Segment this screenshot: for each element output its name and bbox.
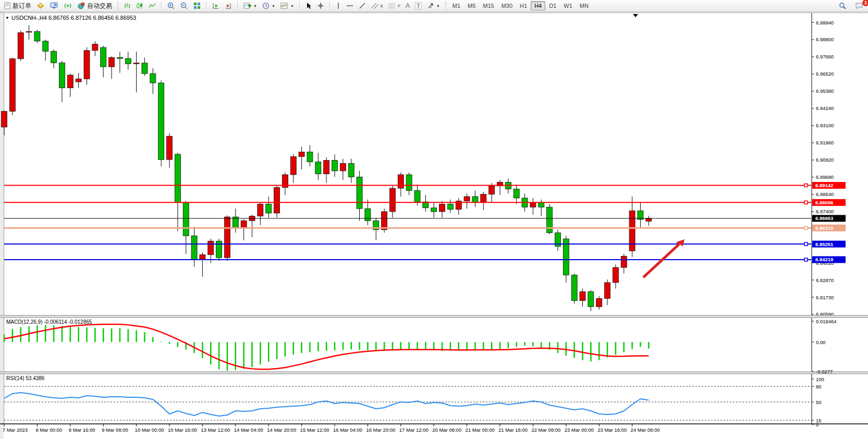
notifications-button[interactable]: 1 (852, 1, 866, 11)
crosshair-button[interactable] (314, 1, 327, 10)
toolbar-grip (117, 2, 119, 10)
macd-label: MACD(12,26,9) -0.006114 -0.012865 (6, 319, 92, 325)
candle-chart-button[interactable] (133, 1, 146, 10)
hline-icon (346, 2, 353, 9)
price-badge-label: 6.88006 (815, 200, 833, 205)
price-tick: 6.88540 (816, 191, 834, 197)
label-tool-label: T (415, 2, 422, 9)
toolbar-separator (329, 2, 331, 10)
chart-profile-button[interactable] (34, 1, 47, 10)
cursor-button[interactable] (303, 1, 314, 10)
price-tick: 6.94240 (816, 105, 834, 111)
main-toolbar: 新订单 自动交易 ▼ ▼ ▼ E F (0, 0, 868, 12)
price-tick: 6.97660 (816, 54, 834, 59)
bar-chart-button[interactable] (121, 1, 133, 10)
indicators-icon (243, 2, 251, 9)
timeframe-m15-button[interactable]: M15 (479, 1, 497, 10)
time-label: 21 Mar 00:00 (466, 427, 495, 433)
zoom-out-button[interactable] (178, 1, 191, 10)
trendline-icon (359, 2, 366, 9)
channel-icon (371, 2, 379, 9)
time-label: 21 Mar 16:00 (498, 427, 528, 433)
time-label: 15 Mar 12:00 (300, 427, 329, 433)
fibonacci-tool-label: F (398, 4, 400, 8)
time-label: 16 Mar 04:00 (333, 427, 362, 433)
terminal-icon (50, 2, 58, 9)
timeframe-mn-button[interactable]: MN (576, 1, 592, 10)
fibonacci-tool-button[interactable]: F (386, 1, 403, 10)
time-label: 8 Mar 16:00 (69, 427, 95, 433)
vline-icon (336, 2, 341, 9)
tile-windows-button[interactable] (191, 1, 203, 10)
shapes-tool-button[interactable]: ▼ (424, 1, 443, 10)
vline-tool-button[interactable] (333, 1, 344, 10)
text-tool-label: A (406, 2, 410, 9)
auto-scroll-icon (225, 2, 232, 9)
search-button[interactable] (836, 1, 849, 11)
auto-scroll-button[interactable] (222, 1, 235, 10)
new-order-button[interactable]: 新订单 (1, 1, 34, 11)
time-label: 8 Mar 00:00 (35, 427, 62, 433)
price-chart-canvas[interactable]: 6.999406.988006.976606.965206.953806.942… (0, 12, 868, 439)
templates-icon (280, 2, 288, 9)
toolbar-separator (299, 2, 300, 10)
time-label: 7 Mar 2023 (3, 427, 28, 433)
rsi-tick: 80 (816, 384, 822, 389)
price-tick: 6.89680 (816, 174, 834, 180)
chevron-down-icon: ▼ (253, 4, 257, 8)
shapes-icon (427, 2, 434, 9)
templates-button[interactable]: ▼ (278, 1, 297, 10)
signals-button[interactable] (61, 1, 75, 10)
zoom-out-icon (180, 2, 188, 9)
hline-tool-button[interactable] (344, 1, 356, 10)
time-label: 20 Mar 08:00 (432, 427, 461, 433)
timeframe-h1-button[interactable]: H1 (516, 1, 531, 10)
time-label: 16 Mar 20:00 (366, 427, 395, 433)
chart-window[interactable]: 6.999406.988006.976606.965206.953806.942… (0, 12, 868, 439)
signal-icon (64, 2, 72, 9)
text-tool-button[interactable]: A (403, 1, 412, 10)
notification-badge: 1 (862, 0, 868, 6)
chart-shift-icon (212, 2, 219, 9)
terminal-button[interactable] (47, 1, 61, 10)
cursor-icon (305, 2, 312, 9)
price-badge-label: 6.86953 (815, 215, 833, 221)
macd-tick: 0.019464 (816, 319, 837, 324)
timeframe-m1-button[interactable]: M1 (449, 1, 464, 10)
timeframe-d1-button[interactable]: D1 (545, 1, 560, 10)
timeframe-h4-button[interactable]: H4 (531, 1, 545, 10)
timeframe-m30-button[interactable]: M30 (498, 1, 516, 10)
time-label: 23 Mar 16:00 (597, 427, 627, 433)
time-label: 22 Mar 08:00 (531, 427, 560, 433)
auto-trading-icon (77, 2, 85, 9)
line-chart-button[interactable] (146, 1, 158, 10)
price-tick: 6.91960 (816, 140, 834, 145)
rsi-label: RSI(14) 53.4386 (6, 375, 45, 381)
toolbar-separator (206, 2, 207, 10)
time-label: 24 Mar 08:00 (631, 427, 660, 433)
time-label: 23 Mar 00:00 (565, 427, 594, 433)
chart-title: USDCNH-,H4 6.86765 6.87126 6.86456 6.869… (11, 15, 136, 21)
label-tool-button[interactable]: T (412, 1, 424, 10)
new-order-label: 新订单 (13, 2, 31, 10)
auto-trading-button[interactable]: 自动交易 (75, 1, 115, 11)
periods-button[interactable]: ▼ (260, 1, 278, 10)
tile-windows-icon (193, 2, 201, 9)
time-label: 14 Mar 04:00 (234, 427, 263, 433)
channel-tool-button[interactable]: E (369, 1, 386, 10)
timeframe-w1-button[interactable]: W1 (560, 1, 576, 10)
trendline-tool-button[interactable] (356, 1, 369, 10)
price-badge-label: 6.84219 (815, 257, 833, 262)
search-icon (839, 2, 847, 10)
price-badge-label: 6.86319 (815, 225, 833, 231)
toolbar-grip (445, 2, 447, 10)
timeframe-m5-button[interactable]: M5 (464, 1, 479, 10)
price-tick: 6.81730 (816, 295, 834, 300)
zoom-in-button[interactable] (165, 1, 178, 10)
price-tick: 6.96520 (816, 71, 834, 77)
indicators-button[interactable]: ▼ (241, 1, 260, 10)
time-label: 9 Mar 08:00 (102, 427, 128, 433)
clock-icon (262, 2, 270, 9)
line-chart-icon (149, 2, 156, 9)
chart-shift-button[interactable] (210, 1, 222, 10)
